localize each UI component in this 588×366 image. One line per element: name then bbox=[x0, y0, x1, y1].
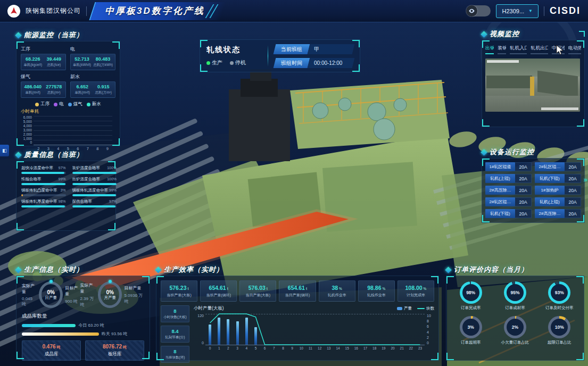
legend-swatch bbox=[417, 308, 425, 309]
energy-unit: 总耗(m³) bbox=[47, 90, 61, 95]
equipment-label: 1#加热炉 bbox=[535, 186, 565, 195]
equipment-item[interactable]: 2#高压除… 20A bbox=[485, 186, 532, 195]
efficiency-value: 654.61 bbox=[288, 285, 305, 291]
equipment-value: 20A bbox=[515, 174, 532, 183]
equipment-item[interactable]: 轧机(上辊) 20A bbox=[485, 174, 532, 183]
status-ribbon: 班组时间 00:00-12:00 bbox=[274, 58, 355, 68]
efficiency-label: 当日产量(大板) bbox=[246, 293, 271, 298]
quality-percent: 99% bbox=[59, 177, 66, 181]
legend-dot bbox=[54, 103, 57, 106]
equipment-item[interactable]: 轧机(下辊) 20A bbox=[535, 174, 581, 183]
energy-unit: 总耗(tce) bbox=[47, 63, 61, 68]
monthly-output-gauge: 实际产量 2.39 万吨 0% 月产量 目标产量 5.0936 万吨 bbox=[80, 281, 144, 308]
equipment-value: 20A bbox=[565, 174, 581, 183]
equipment-item[interactable]: 2#轧区辊… 20A bbox=[485, 197, 532, 206]
quality-items: 超快冷温度命中率 97% 装炉温度合格率 100% bbox=[21, 165, 111, 207]
stock-bar-row: 昨天 93.56 吨 bbox=[22, 331, 144, 337]
order-donuts: 98% 订单完成率 95% 订单成材率 93% bbox=[450, 281, 581, 345]
quality-bar-track bbox=[72, 194, 117, 196]
video-tab[interactable]: 电动热 bbox=[568, 45, 581, 54]
feed-timestamp-overlay bbox=[541, 107, 578, 110]
target-output-label: 目标产量 bbox=[124, 285, 141, 291]
efficiency-value: 576.03 bbox=[249, 285, 266, 291]
video-tab[interactable]: 出钢 bbox=[485, 45, 494, 54]
video-tab[interactable]: 中间冷 bbox=[552, 45, 565, 54]
quality-bar bbox=[72, 172, 117, 174]
day-output-percent: 0% bbox=[47, 289, 54, 295]
video-collapse-icon[interactable] bbox=[579, 31, 585, 37]
stock-bar-label: 昨天 93.56 吨 bbox=[102, 331, 127, 337]
equipment-item[interactable]: 2#高压除… 20A bbox=[535, 209, 581, 218]
diamond-icon bbox=[481, 31, 487, 38]
visibility-toggle[interactable] bbox=[466, 5, 491, 16]
orders-panel-title: 订单评价内容（当月） bbox=[454, 265, 528, 274]
equipment-item[interactable]: 轧机(上辊) 20A bbox=[535, 197, 581, 206]
quality-percent: 100% bbox=[107, 177, 117, 181]
efficiency-label: 计划完成率 bbox=[407, 293, 425, 298]
efficiency-value: 576.23 bbox=[169, 285, 186, 291]
equipment-item[interactable]: 1#轧区辊道 20A bbox=[485, 162, 532, 171]
energy-value: 277578 bbox=[46, 84, 62, 89]
eye-icon bbox=[466, 5, 477, 16]
equipment-item[interactable]: 1#加热炉 20A bbox=[535, 186, 581, 195]
efficiency-label: 轧机作业率 bbox=[328, 293, 346, 298]
equipment-item[interactable]: 2#轧区辊… 20A bbox=[535, 162, 581, 171]
quality-bar bbox=[21, 183, 65, 185]
quality-bar-track bbox=[72, 172, 117, 174]
actual-output-label: 实际产量 bbox=[22, 283, 37, 295]
quality-side-tab[interactable]: ◧ bbox=[0, 145, 9, 156]
panel-quality-info: 质量信息（当班） 超快冷温度命中率 97% bbox=[16, 151, 116, 231]
energy-group-card: 68.226单耗(kgce/t) 39.449总耗(tce) bbox=[21, 54, 66, 70]
stock-card-value: 0.476 bbox=[42, 344, 55, 350]
diamond-icon bbox=[481, 149, 487, 156]
quality-percent: 98% bbox=[59, 199, 66, 203]
quality-item: 钢板终轧厚度命中率 98% bbox=[21, 199, 66, 207]
energy-unit: 总耗(万m³) bbox=[95, 90, 112, 95]
equipment-expand-icon[interactable]: » bbox=[584, 176, 587, 184]
day-output-ring: 0% 日产量 bbox=[39, 281, 63, 308]
target-output-label: 目标产量 bbox=[65, 285, 80, 297]
stock-bars: 今日 63.20 吨 昨天 93.56 吨 bbox=[22, 322, 144, 337]
video-tab[interactable]: 轧机出口 bbox=[531, 45, 548, 54]
mini-stat-label: 小时块数(大板) bbox=[163, 315, 186, 320]
efficiency-card: 98.86% 轧线作业率 bbox=[358, 280, 395, 302]
legend-item: 新水 bbox=[87, 101, 101, 107]
video-tabs: 出钢 装钢 轧机入口 轧机出口 中间冷 电动热 bbox=[485, 45, 581, 54]
legend-label: 新水 bbox=[92, 101, 101, 107]
donut-value: 98% bbox=[466, 290, 475, 295]
donut-ring: 95% bbox=[504, 281, 526, 304]
energy-value: 80.483 bbox=[96, 56, 111, 62]
status-legend-item: 停机 bbox=[230, 59, 246, 66]
ribbon-key: 班组时间 bbox=[281, 59, 302, 66]
status-legend-item: 生产 bbox=[206, 59, 222, 66]
energy-group-name: 新水 bbox=[70, 73, 115, 80]
quality-percent: 97% bbox=[59, 166, 66, 170]
dataset-dropdown[interactable]: H2309... ▼ bbox=[496, 4, 539, 18]
app-title-banner: 中厚板3D数字化产线 bbox=[92, 2, 223, 20]
energy-chart bbox=[34, 116, 112, 145]
quality-percent: 100% bbox=[107, 166, 117, 170]
equipment-item[interactable]: 轧机(下辊) 20A bbox=[485, 209, 532, 218]
quality-bar-track bbox=[21, 205, 66, 207]
donut-label: 订单成材率 bbox=[505, 305, 525, 311]
quality-label: 出炉温度合格率 bbox=[72, 177, 101, 182]
panel-line-status: 轧线状态 生产 停机 bbox=[200, 39, 360, 72]
efficiency-unit: t bbox=[306, 287, 307, 290]
panel-energy-monitor: 能源监控（当班） 工序 68.226单耗(kgce/t) 39.449总耗(tc… bbox=[16, 31, 120, 146]
video-tab[interactable]: 轧机入口 bbox=[510, 45, 527, 54]
energy-value: 39.449 bbox=[46, 56, 61, 62]
equipment-label: 轧机(下辊) bbox=[535, 174, 565, 183]
energy-value: 6.652 bbox=[76, 84, 88, 89]
company-logo-icon bbox=[7, 5, 20, 18]
target-output-value: 900 吨 bbox=[65, 298, 78, 304]
equipment-value: 20A bbox=[515, 162, 532, 171]
quality-item: 装炉温度合格率 100% bbox=[72, 165, 117, 174]
video-tab[interactable]: 装钢 bbox=[498, 45, 506, 54]
quality-label: 性能合格率 bbox=[21, 177, 42, 182]
camera-feed[interactable] bbox=[485, 59, 580, 112]
equipment-label: 2#轧区辊… bbox=[485, 197, 515, 206]
donut-ring: 10% bbox=[548, 316, 570, 338]
month-output-ring: 0% 月产量 bbox=[98, 281, 122, 308]
stock-bar-row: 今日 63.20 吨 bbox=[22, 322, 144, 328]
right-axis: 1086420 bbox=[425, 314, 434, 345]
